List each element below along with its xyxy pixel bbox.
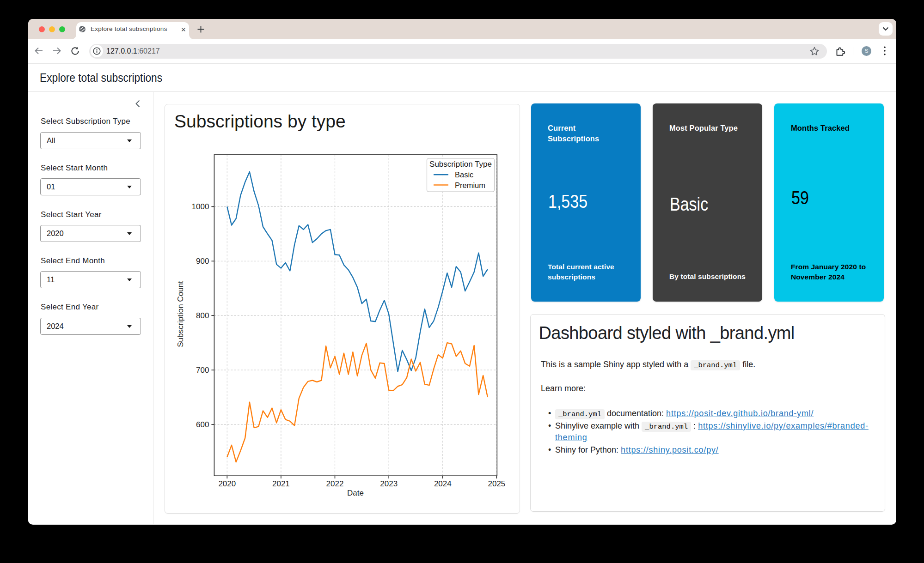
svg-text:2021: 2021 [272, 479, 290, 488]
svg-text:Subscriptions by type: Subscriptions by type [174, 111, 346, 131]
svg-text:Date: Date [347, 489, 364, 497]
svg-text:Subscription Type: Subscription Type [429, 160, 492, 169]
svg-text:800: 800 [196, 311, 209, 320]
svg-text:600: 600 [196, 420, 209, 429]
svg-text:2024: 2024 [434, 479, 452, 488]
svg-text:2022: 2022 [326, 479, 344, 488]
svg-text:2023: 2023 [380, 479, 398, 488]
svg-text:2020: 2020 [218, 479, 236, 488]
svg-text:Premium: Premium [455, 181, 485, 189]
svg-text:700: 700 [196, 366, 209, 375]
svg-text:2025: 2025 [488, 479, 505, 488]
svg-text:Basic: Basic [455, 170, 473, 179]
svg-text:Subscription Count: Subscription Count [176, 281, 185, 347]
svg-text:1000: 1000 [192, 202, 209, 211]
svg-text:900: 900 [196, 257, 209, 266]
